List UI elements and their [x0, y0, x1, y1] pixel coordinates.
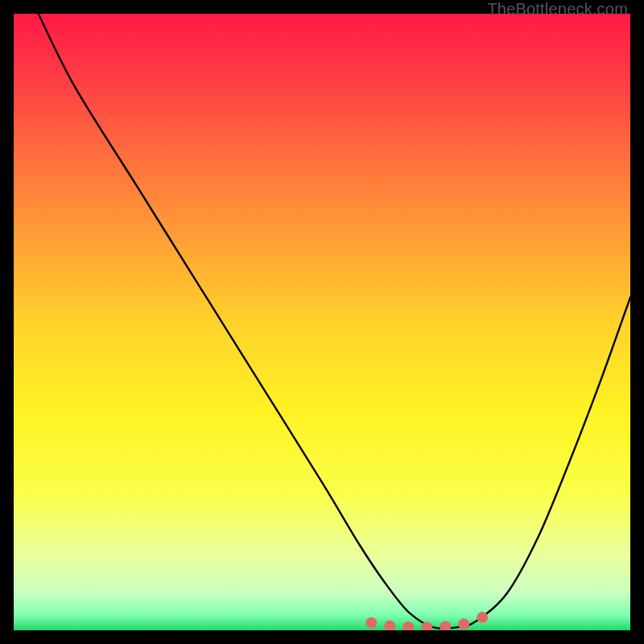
chart-frame — [14, 14, 630, 630]
bottleneck-marker — [458, 618, 469, 630]
watermark-text: TheBottleneck.com — [487, 0, 628, 19]
bottleneck-chart — [14, 14, 630, 630]
bottleneck-marker — [365, 617, 377, 629]
bottleneck-marker — [477, 612, 488, 623]
